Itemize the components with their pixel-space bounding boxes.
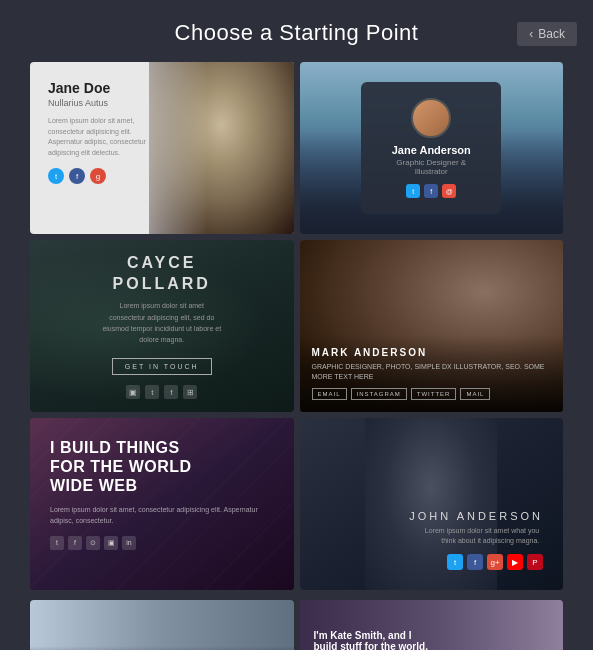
card3-content: CAYCEPOLLARD Lorem ipsum dolor sit amet …	[102, 253, 222, 399]
card5-title: I BUILD THINGSFOR THE WORLDWIDE WEB	[50, 438, 274, 496]
facebook-icon: f	[467, 554, 483, 570]
card4-overlay: MARK ANDERSON GRAPHIC DESIGNER, PHOTO, S…	[300, 335, 564, 412]
template-card-7[interactable]	[30, 600, 294, 650]
card7-overlay	[30, 646, 294, 650]
back-button[interactable]: ‹ Back	[517, 22, 577, 46]
linkedin-icon: in	[122, 536, 136, 550]
template-card-john-anderson[interactable]: JOHN ANDERSON Lorem ipsum dolor sit amet…	[300, 418, 564, 590]
back-label: Back	[538, 27, 565, 41]
template-card-build-things[interactable]: I BUILD THINGSFOR THE WORLDWIDE WEB Lore…	[30, 418, 294, 590]
facebook-icon: f	[164, 385, 178, 399]
card6-desc: Lorem ipsum dolor sit amet what you thin…	[409, 526, 539, 546]
google-plus-icon: g	[90, 168, 106, 184]
header: Choose a Starting Point ‹ Back	[0, 0, 593, 62]
card6-content: JOHN ANDERSON Lorem ipsum dolor sit amet…	[409, 510, 543, 570]
card8-text: I'm Kate Smith, and Ibuild stuff for the…	[314, 630, 428, 650]
instagram-icon: ▣	[104, 536, 118, 550]
card4-name: MARK ANDERSON	[312, 347, 552, 358]
tag-instagram: INSTAGRAM	[351, 388, 407, 400]
template-card-mark-anderson[interactable]: MARK ANDERSON GRAPHIC DESIGNER, PHOTO, S…	[300, 240, 564, 412]
template-card-jane-doe[interactable]: Jane Doe Nullarius Autus Lorem ipsum dol…	[30, 62, 294, 234]
twitter-icon: t	[406, 184, 420, 198]
card1-name: Jane Doe	[48, 80, 162, 96]
template-card-kate-smith[interactable]: I'm Kate Smith, and Ibuild stuff for the…	[300, 600, 564, 650]
card1-subtitle: Nullarius Autus	[48, 98, 162, 108]
card1-socials: t f g	[48, 168, 162, 184]
email-icon: @	[442, 184, 456, 198]
card2-name: Jane Anderson	[381, 144, 481, 156]
twitter-icon: t	[48, 168, 64, 184]
youtube-icon: ▶	[507, 554, 523, 570]
profile-card: Jane Anderson Graphic Designer & Illustr…	[361, 82, 501, 214]
github-icon: ⊙	[86, 536, 100, 550]
twitter-icon: t	[447, 554, 463, 570]
card3-cta: GET IN TOUCH	[112, 358, 212, 375]
card1-body: Lorem ipsum dolor sit amet, consectetur …	[48, 116, 162, 158]
twitter-icon: t	[145, 385, 159, 399]
card5-text: Lorem ipsum dolor sit amet, consectetur …	[50, 504, 274, 526]
twitter-icon: t	[50, 536, 64, 550]
card4-desc: GRAPHIC DESIGNER, PHOTO, SIMPLE DX ILLUS…	[312, 362, 552, 382]
facebook-icon: f	[69, 168, 85, 184]
card6-name: JOHN ANDERSON	[409, 510, 543, 522]
pinterest-icon: P	[527, 554, 543, 570]
card1-photo	[149, 62, 294, 234]
google-plus-icon: g+	[487, 554, 503, 570]
avatar	[411, 98, 451, 138]
tag-email: EMAIL	[312, 388, 347, 400]
tag-mail: MAIL	[460, 388, 490, 400]
card6-socials: t f g+ ▶ P	[409, 554, 543, 570]
facebook-icon: f	[68, 536, 82, 550]
instagram-icon: ▣	[126, 385, 140, 399]
card3-name: CAYCEPOLLARD	[102, 253, 222, 295]
card4-tags: EMAIL INSTAGRAM TWITTER MAIL	[312, 388, 552, 400]
template-grid: Jane Doe Nullarius Autus Lorem ipsum dol…	[0, 62, 593, 600]
card2-socials: t f @	[381, 184, 481, 198]
template-card-jane-anderson[interactable]: Jane Anderson Graphic Designer & Illustr…	[300, 62, 564, 234]
bottom-partial-grid: I'm Kate Smith, and Ibuild stuff for the…	[0, 600, 593, 650]
card5-content: I BUILD THINGSFOR THE WORLDWIDE WEB Lore…	[50, 438, 274, 550]
card5-socials: t f ⊙ ▣ in	[50, 536, 274, 550]
facebook-icon: f	[424, 184, 438, 198]
card3-desc: Lorem ipsum dolor sit amet consectetur a…	[102, 300, 222, 345]
link-icon: ⊞	[183, 385, 197, 399]
card3-socials: ▣ t f ⊞	[102, 385, 222, 399]
page-title: Choose a Starting Point	[0, 20, 593, 46]
tag-twitter: TWITTER	[411, 388, 457, 400]
back-icon: ‹	[529, 27, 533, 41]
card2-subtitle: Graphic Designer & Illustrator	[381, 158, 481, 176]
template-card-cayce-pollard[interactable]: CAYCEPOLLARD Lorem ipsum dolor sit amet …	[30, 240, 294, 412]
